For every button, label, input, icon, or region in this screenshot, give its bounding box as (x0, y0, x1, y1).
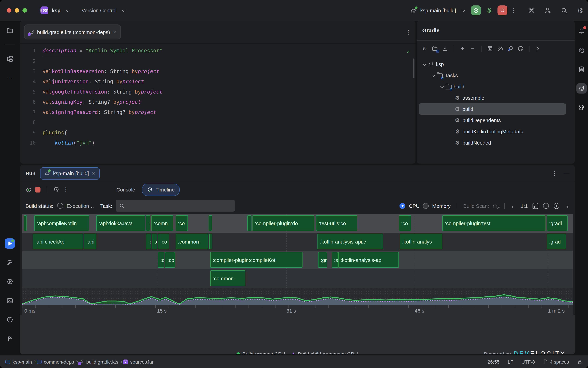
indent-widget[interactable]: 4 spaces (543, 359, 569, 364)
build-scan-icon[interactable]: ↗ (492, 203, 498, 209)
code-line[interactable]: 9plugins { (20, 128, 415, 138)
stop-icon[interactable] (35, 187, 40, 192)
scroll-right-icon[interactable]: → (564, 203, 569, 209)
profiler-icon[interactable] (506, 44, 515, 53)
code-line[interactable]: 3val kotlinBaseVersion: String by projec… (20, 66, 415, 76)
code-line[interactable]: 6val signingKey: String? by project (20, 97, 415, 107)
memory-radio-label[interactable]: Memory (432, 203, 450, 209)
gradle-tree-item-Tasks[interactable]: ⚙Tasks (419, 70, 566, 81)
build-tool-icon[interactable] (5, 258, 15, 268)
project-selector[interactable]: ksp (52, 8, 61, 13)
close-run-tab-icon[interactable]: ✕ (92, 171, 95, 176)
chevron-down-icon[interactable] (421, 63, 427, 65)
breadcrumb-item-build.gradle.kts[interactable]: build.gradle.kts (79, 359, 118, 364)
gradle-tree-item-assemble[interactable]: ⚙assemble (419, 92, 566, 103)
task-bar[interactable]: :kotlin-analysis-api:c (318, 234, 383, 249)
inspections-ok-icon[interactable]: ✓ (407, 47, 410, 57)
breadcrumb-item-ksp-main[interactable]: ksp-main (5, 359, 32, 364)
breadcrumb-item-sourcesJar[interactable]: VsourcesJar (123, 359, 153, 364)
services-tool-icon[interactable] (5, 276, 15, 287)
task-bar[interactable] (247, 215, 252, 231)
vcs-widget[interactable]: Version Control (82, 8, 117, 13)
task-bar[interactable]: :co (399, 215, 411, 231)
ai-assistant-icon[interactable] (528, 7, 535, 14)
zoom-out-icon[interactable]: − (543, 203, 549, 209)
run-tab[interactable]: ksp-main [build] ✕ (40, 167, 100, 179)
zoom-window-button[interactable] (22, 8, 27, 13)
task-bar[interactable]: :comn (151, 215, 173, 231)
task-bar[interactable]: : (146, 215, 150, 231)
task-bar[interactable]: :kotlin-analysis-ap (338, 252, 399, 268)
git-tool-icon[interactable] (5, 334, 15, 344)
chevron-down-icon[interactable] (430, 74, 436, 77)
task-bar[interactable]: :compiler-plugin:test (442, 215, 545, 231)
task-bar[interactable]: :api:compileKotlin (34, 215, 89, 231)
editor-scrollbar[interactable] (413, 58, 414, 78)
task-bar[interactable] (209, 215, 212, 231)
task-bar[interactable]: :kotlin-analys (400, 234, 442, 249)
breadcrumb-item-common-deps[interactable]: common-deps (37, 359, 74, 364)
chevron-down-icon[interactable] (439, 85, 445, 88)
task-bar[interactable]: :gradl (547, 215, 568, 231)
debug-button[interactable] (484, 5, 494, 15)
caret-position-widget[interactable]: 26:55 (488, 359, 500, 364)
code-line[interactable]: 1description = "Kotlin Symbol Processor" (20, 46, 415, 56)
task-bar[interactable]: :common- (176, 234, 208, 249)
task-bar[interactable]: :compiler-plugin:do (252, 215, 315, 231)
chevron-right-icon[interactable] (535, 47, 539, 51)
link-gradle-project-icon[interactable]: ⊞ (430, 44, 439, 53)
remove-icon[interactable]: − (468, 44, 477, 53)
run-task-icon[interactable] (485, 44, 495, 53)
problems-tool-icon[interactable] (5, 315, 15, 325)
zoom-actual-label[interactable]: 1:1 (521, 203, 528, 209)
structure-tool-icon[interactable] (5, 54, 15, 64)
sync-gradle-icon[interactable]: ↻ (420, 44, 429, 53)
task-bar[interactable]: :s (332, 252, 338, 268)
task-bar[interactable]: :c (146, 234, 151, 249)
memory-radio[interactable] (423, 203, 429, 209)
gradle-tool-icon[interactable] (576, 83, 587, 93)
line-ending-widget[interactable]: LF (508, 359, 513, 364)
plugin-icon[interactable] (576, 102, 587, 113)
gradle-tree-item-buildKotlinToolingMetadata[interactable]: ⚙buildKotlinToolingMetadata (419, 126, 566, 137)
task-bar[interactable]: :grad (547, 234, 566, 249)
gradle-tree-item-ksp[interactable]: ksp (419, 58, 566, 70)
hide-panel-icon[interactable]: — (564, 170, 569, 176)
tab-timeline[interactable]: Timeline (142, 184, 180, 196)
code-editor[interactable]: 1description = "Kotlin Symbol Processor"… (20, 44, 415, 148)
run-config-selector[interactable]: ksp-main [build] (420, 8, 456, 13)
more-tools-icon[interactable]: ⋯ (5, 73, 15, 83)
task-bar[interactable]: :c (158, 252, 165, 268)
add-icon[interactable]: + (458, 44, 467, 53)
code-line[interactable]: 7val signingPassword: String? by project (20, 107, 415, 117)
run-more-icon[interactable]: ⋮ (551, 170, 557, 177)
tab-console[interactable]: Console (113, 187, 139, 193)
code-line[interactable]: 5val googleTruthVersion: String by proje… (20, 87, 415, 97)
toolbar-more-icon[interactable]: ⋮ (63, 186, 69, 193)
task-bar[interactable] (209, 234, 213, 249)
minimize-window-button[interactable] (15, 8, 19, 13)
code-line[interactable]: 4val junitVersion: String by project (20, 76, 415, 87)
scroll-left-icon[interactable]: ← (511, 203, 516, 209)
editor-tab[interactable]: build.gradle.kts (:common-deps) ✕ (24, 25, 121, 39)
task-bar[interactable]: :api:checkApi (33, 234, 83, 249)
lock-icon[interactable] (577, 359, 583, 364)
task-bar[interactable]: :co (165, 252, 175, 268)
rerun-icon[interactable] (26, 186, 32, 193)
more-actions-icon[interactable]: ⋮ (511, 7, 517, 14)
task-bar[interactable]: :compiler-plugin:compileKotl (210, 252, 302, 268)
cpu-radio-label[interactable]: CPU (409, 203, 420, 209)
gradle-tree-item-buildDependents[interactable]: ⚙buildDependents (419, 115, 566, 126)
close-window-button[interactable] (7, 8, 11, 13)
task-bar[interactable]: :common- (210, 270, 245, 286)
build-timeline[interactable]: :api:compileKotlin:api:dokkaJava::comn:c… (22, 214, 573, 315)
code-line[interactable]: 8 (20, 117, 415, 128)
filter-eye-icon[interactable] (53, 186, 60, 193)
database-icon[interactable] (576, 64, 587, 74)
task-bar[interactable]: :co (158, 234, 169, 249)
project-tool-icon[interactable] (5, 26, 15, 36)
download-sources-icon[interactable] (441, 44, 449, 53)
encoding-widget[interactable]: UTF-8 (522, 359, 535, 364)
task-bar[interactable]: :api (84, 234, 96, 249)
search-everywhere-icon[interactable] (561, 7, 568, 14)
